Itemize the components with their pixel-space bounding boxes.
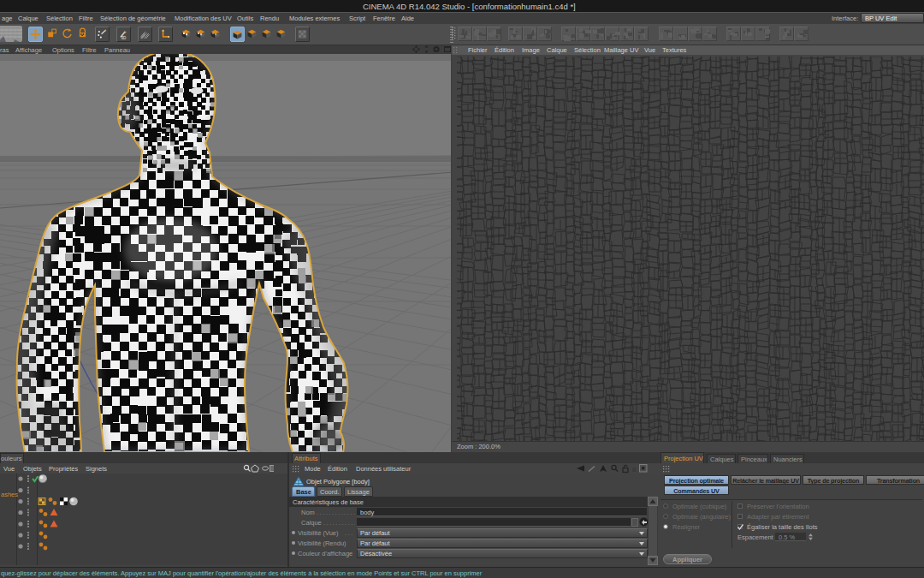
svg-text:8: 8 — [632, 466, 637, 474]
svg-text:3D: 3D — [121, 36, 127, 40]
